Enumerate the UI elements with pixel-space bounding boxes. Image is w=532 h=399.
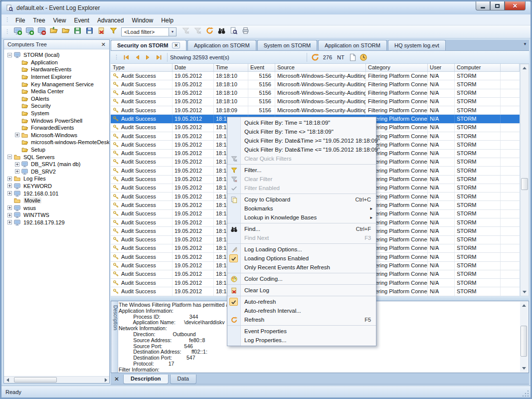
tree-item-storm-local-[interactable]: STORM (local) [4, 51, 109, 59]
scroll-down-icon[interactable] [521, 288, 529, 296]
scroll-right-icon[interactable] [102, 377, 109, 383]
table-row[interactable]: Audit Success19.05.201218:18:095156Micro… [111, 106, 520, 115]
table-vertical-scrollbar[interactable] [520, 64, 529, 296]
scroll-thumb[interactable] [521, 326, 527, 357]
table-row[interactable]: Audit Success19.05.201218:18:105156Micro… [111, 80, 520, 89]
tree-item-key-management-service[interactable]: Key Management Service [4, 80, 109, 88]
bottom-tab-description[interactable]: Description [123, 375, 169, 384]
tree-panel-close-icon[interactable]: ✕ [100, 41, 107, 48]
tree-expander-icon[interactable] [15, 169, 19, 174]
menu-item-refresh[interactable]: RefreshF5 [227, 315, 376, 324]
tree-item-oalerts[interactable]: OAlerts [4, 95, 109, 103]
tree-item-internet-explorer[interactable]: Internet Explorer [4, 73, 109, 81]
menu-item-filter-[interactable]: Filter... [227, 166, 376, 175]
title-bar[interactable]: default.elx - Event Log Explorer ✕ [1, 1, 531, 14]
page-icon[interactable] [348, 53, 357, 62]
menu-item-clear-log[interactable]: Clear Log [227, 286, 376, 295]
menu-event[interactable]: Event [70, 15, 93, 25]
load-filter-dropdown-icon[interactable]: ▼ [169, 27, 177, 36]
tree-item-192-168-179-129[interactable]: 192.168.179.129 [4, 219, 109, 226]
menu-item-color-coding-[interactable]: Color Coding... [227, 274, 376, 283]
tree-expander-icon[interactable] [7, 205, 12, 210]
column-header-event[interactable]: Event [248, 64, 275, 71]
computer-add-button[interactable] [12, 26, 23, 37]
menu-item-quick-filter-by-date-time-19-05-2012-18-[interactable]: Quick Filter By: Date&Time <= "19.05.201… [227, 145, 376, 154]
menu-item-event-properties[interactable]: Event Properties [227, 327, 376, 336]
bottom-tab-data[interactable]: Data [170, 375, 196, 384]
tree-item-microsoft-windows[interactable]: Microsoft-Windows [4, 132, 109, 139]
open-folder-button[interactable] [60, 26, 71, 37]
menu-item-auto-refresh[interactable]: Auto-refresh [227, 297, 376, 306]
last-event-button[interactable] [154, 52, 164, 62]
tab-application-on-storm[interactable]: Application on STORM [318, 40, 387, 50]
column-header-user[interactable]: User [428, 64, 455, 71]
scroll-down-icon[interactable] [520, 365, 528, 372]
tree-item-windows-powershell[interactable]: Windows PowerShell [4, 117, 109, 124]
menu-help[interactable]: Help [157, 15, 177, 25]
save-log-button[interactable] [84, 26, 95, 37]
previous-event-button[interactable] [132, 52, 142, 62]
menu-item-find-[interactable]: Find...Ctrl+F [227, 224, 376, 233]
tree-item-movile[interactable]: Movile [4, 197, 109, 204]
menu-item-copy-to-clipboard[interactable]: Copy to ClipboardCtrl+C [227, 195, 376, 204]
tree-item-forwardedevents[interactable]: ForwardedEvents [4, 124, 109, 132]
tree-item-security[interactable]: Security [4, 102, 109, 110]
tree-item-microsoft-windows-remotedesktop[interactable]: microsoft-windows-RemoteDesktop [4, 139, 109, 146]
view-report-button[interactable] [228, 26, 239, 37]
menu-file[interactable]: File [11, 15, 29, 25]
maximize-button[interactable] [490, 1, 505, 10]
menu-item-log-properties-[interactable]: Log Properties... [227, 336, 376, 345]
menu-item-auto-refresh-interval-[interactable]: Auto-refresh Interval... [227, 306, 376, 315]
computer-remove-button[interactable] [36, 26, 47, 37]
column-header-time[interactable]: Time [214, 64, 248, 71]
tree-item-keyword[interactable]: KEYWORD [4, 183, 109, 190]
tree-expander-icon[interactable] [7, 53, 12, 57]
tree-item-setup[interactable]: Setup [4, 146, 109, 154]
computer-add2-button[interactable] [24, 26, 35, 37]
description-close-icon[interactable]: ✕ [114, 376, 119, 383]
tree-item-sql-servers[interactable]: SQL Servers [4, 153, 109, 161]
next-event-button[interactable] [143, 52, 153, 62]
open-log-file-button[interactable] [48, 26, 59, 37]
tree-expander-icon[interactable] [7, 155, 12, 159]
tree-item-db-srv1-main-db-[interactable]: DB_SRV1 (main db) [4, 161, 109, 168]
tree-item-win7tws[interactable]: WIN7TWS [4, 211, 109, 219]
tab-list-dropdown-icon[interactable]: ▼ [523, 42, 527, 46]
menu-item-lookup-in-knowledge-bases[interactable]: Lookup in Knowledge Bases▸ [227, 213, 376, 222]
tree-expander-icon[interactable] [7, 177, 12, 181]
tree-item-application[interactable]: Application [4, 59, 109, 66]
clock-icon[interactable] [359, 53, 368, 62]
find-button[interactable] [216, 26, 227, 37]
clear-log-button[interactable] [96, 26, 107, 37]
menu-item-only-recent-events-after-refresh[interactable]: Only Recent Events After Refresh [227, 263, 376, 272]
scroll-left-icon[interactable] [4, 377, 11, 383]
column-header-category[interactable]: Category [366, 64, 428, 71]
column-header-source[interactable]: Source [275, 64, 366, 71]
print-button[interactable] [240, 26, 251, 37]
tab-system-on-storm[interactable]: System on STORM [257, 40, 318, 50]
scroll-up-icon[interactable] [521, 64, 529, 72]
tree-expander-icon[interactable] [7, 213, 12, 217]
table-row[interactable]: Audit Success19.05.201218:18:105156Micro… [111, 72, 520, 80]
menu-view[interactable]: View [49, 15, 70, 25]
scroll-thumb[interactable] [14, 377, 57, 383]
tree-expander-icon[interactable] [15, 162, 19, 167]
tree-item-hardwareevents[interactable]: HardwareEvents [4, 66, 109, 73]
menu-tree[interactable]: Tree [29, 15, 49, 25]
minimize-button[interactable] [476, 1, 490, 10]
refresh-button[interactable] [204, 26, 215, 37]
menu-item-quick-filter-by-time-18-18-09-[interactable]: Quick Filter By: Time = "18:18:09" [227, 118, 376, 127]
table-row[interactable]: Audit Success19.05.201218:18:105156Micro… [111, 98, 520, 106]
menu-item-quick-filter-by-time-18-18-09-[interactable]: Quick Filter By: Time <> "18:18:09" [227, 127, 376, 136]
tab-close-icon[interactable]: ✕ [172, 42, 180, 48]
column-header-computer[interactable]: Computer [455, 64, 501, 71]
menu-advanced[interactable]: Advanced [93, 15, 128, 25]
scroll-up-icon[interactable] [520, 302, 528, 309]
tab-hq-system-log-evt[interactable]: HQ system log.evt [388, 40, 446, 50]
first-event-button[interactable] [121, 52, 131, 62]
resize-grip[interactable] [523, 390, 530, 397]
menu-item-log-loading-options-[interactable]: Log Loading Options... [227, 245, 376, 254]
tree-item-192-168-0-101[interactable]: 192.168.0.101 [4, 190, 109, 197]
description-scrollbar[interactable] [520, 302, 528, 372]
tree-item-system[interactable]: System [4, 110, 109, 117]
